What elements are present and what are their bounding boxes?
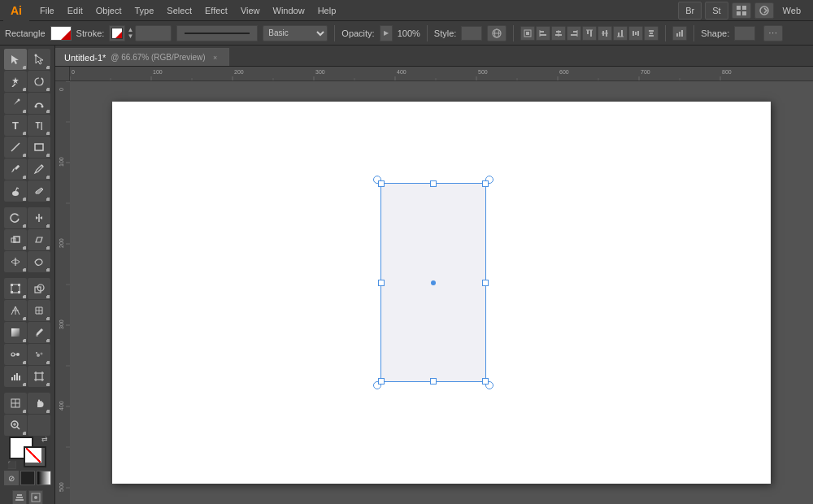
fill-color-box[interactable] bbox=[50, 26, 72, 41]
handle-corner-tr[interactable] bbox=[482, 180, 489, 187]
svg-line-90 bbox=[17, 427, 20, 429]
menu-object[interactable]: Object bbox=[90, 0, 128, 21]
touch-type-tool-btn[interactable]: T| bbox=[28, 115, 50, 136]
document-tab[interactable]: Untitled-1* @ 66.67% (RGB/Preview) × bbox=[55, 48, 229, 66]
rotate-tool-btn[interactable] bbox=[4, 207, 27, 228]
artboard-select-icon[interactable] bbox=[28, 490, 43, 504]
gradient-tool-btn[interactable] bbox=[4, 322, 27, 343]
shear-tool-btn[interactable] bbox=[28, 229, 50, 250]
transform-btn[interactable] bbox=[520, 26, 535, 41]
blob-brush-tool-btn[interactable] bbox=[4, 180, 27, 202]
stroke-color-box[interactable] bbox=[109, 25, 125, 41]
swap-colors-btn[interactable]: ⇄ bbox=[41, 435, 48, 443]
more-options-btn[interactable]: ··· bbox=[763, 25, 783, 41]
tab-title: Untitled-1* bbox=[64, 53, 106, 63]
tab-close-btn[interactable]: × bbox=[211, 53, 220, 63]
stroke-profile-select[interactable]: Basic Width Profile 1 bbox=[263, 25, 328, 41]
style-preview[interactable] bbox=[461, 26, 482, 41]
solid-color-btn[interactable] bbox=[20, 471, 35, 485]
warp-tool-btn[interactable] bbox=[28, 251, 50, 272]
background-color-swatch[interactable] bbox=[24, 446, 46, 467]
sync-icon[interactable] bbox=[754, 2, 774, 19]
pencil-tool-btn[interactable] bbox=[28, 159, 50, 180]
layers-icon[interactable] bbox=[12, 490, 27, 504]
menu-view[interactable]: View bbox=[235, 0, 266, 21]
canvas-content[interactable] bbox=[70, 81, 813, 504]
menu-select[interactable]: Select bbox=[161, 0, 198, 21]
lasso-tool-btn[interactable] bbox=[28, 71, 50, 92]
handle-corner-br[interactable] bbox=[482, 378, 489, 385]
shape-builder-tool-btn[interactable] bbox=[28, 278, 50, 299]
align-bottom-btn[interactable] bbox=[613, 26, 628, 41]
menu-window[interactable]: Window bbox=[267, 0, 311, 21]
svg-rect-65 bbox=[11, 328, 20, 337]
handle-mid-top[interactable] bbox=[430, 180, 437, 187]
menu-edit[interactable]: Edit bbox=[62, 0, 89, 21]
handle-mid-left[interactable] bbox=[378, 280, 385, 286]
graph-options-btn[interactable] bbox=[672, 26, 687, 41]
canvas-scroll[interactable]: 0 100 200 300 400 bbox=[55, 67, 813, 504]
bridge-btn[interactable]: Br bbox=[678, 2, 702, 20]
svg-rect-94 bbox=[16, 497, 23, 498]
zoom-tool-btn[interactable] bbox=[4, 415, 27, 436]
svg-rect-75 bbox=[16, 373, 18, 380]
opacity-arrow-btn[interactable]: ▶ bbox=[380, 25, 393, 41]
pen-tool-btn[interactable] bbox=[4, 93, 27, 114]
blend-tool-btn[interactable] bbox=[4, 344, 27, 365]
selection-tool-btn[interactable] bbox=[4, 49, 27, 70]
handle-corner-tl[interactable] bbox=[378, 180, 385, 187]
selected-object-container[interactable] bbox=[380, 183, 486, 382]
align-left-btn[interactable] bbox=[536, 26, 550, 41]
line-segment-tool-btn[interactable] bbox=[4, 137, 27, 158]
column-graph-tool-btn[interactable] bbox=[4, 366, 27, 387]
ruler-corner bbox=[55, 67, 70, 81]
handle-corner-bl[interactable] bbox=[378, 378, 385, 385]
none-color-btn[interactable]: ⊘ bbox=[4, 471, 19, 485]
svg-point-67 bbox=[11, 353, 15, 356]
canvas-area[interactable]: Untitled-1* @ 66.67% (RGB/Preview) × 0 bbox=[55, 46, 813, 504]
sep4 bbox=[665, 25, 666, 41]
stroke-value-input[interactable] bbox=[135, 25, 172, 41]
tab-zoom-mode: @ 66.67% (RGB/Preview) bbox=[111, 53, 205, 62]
handle-mid-right[interactable] bbox=[482, 280, 489, 286]
paintbrush-tool-btn[interactable] bbox=[4, 159, 27, 180]
magic-wand-tool-btn[interactable] bbox=[4, 71, 27, 92]
menu-help[interactable]: Help bbox=[312, 0, 342, 21]
rectangle-tool-btn[interactable] bbox=[28, 137, 50, 158]
mesh-tool-btn[interactable] bbox=[28, 300, 50, 321]
menu-type[interactable]: Type bbox=[129, 0, 160, 21]
distribute-h-btn[interactable] bbox=[628, 26, 643, 41]
workspace-switcher-icon[interactable] bbox=[732, 2, 751, 19]
align-right-btn[interactable] bbox=[567, 26, 581, 41]
variable-icon[interactable] bbox=[487, 25, 506, 41]
slice-tool-btn[interactable] bbox=[4, 393, 27, 414]
curvature-tool-btn[interactable] bbox=[28, 93, 50, 114]
default-colors-btn[interactable]: ⬛ bbox=[7, 461, 16, 469]
symbol-sprayer-tool-btn[interactable] bbox=[28, 344, 50, 365]
menu-file[interactable]: File bbox=[34, 0, 60, 21]
direct-selection-tool-btn[interactable] bbox=[28, 49, 50, 70]
workspace-label[interactable]: Web bbox=[777, 0, 806, 21]
type-tool-btn[interactable]: T bbox=[4, 115, 27, 136]
gradient-swatch-btn[interactable] bbox=[37, 471, 51, 485]
stock-btn[interactable]: St bbox=[705, 2, 728, 20]
scale-tool-btn[interactable] bbox=[4, 229, 27, 250]
selected-rectangle[interactable] bbox=[380, 183, 486, 382]
eyedropper-tool-btn[interactable] bbox=[28, 322, 50, 343]
hand-tool-btn[interactable] bbox=[28, 393, 50, 414]
reflect-tool-btn[interactable] bbox=[28, 207, 50, 228]
distribute-v-btn[interactable] bbox=[644, 26, 659, 41]
shape-preview[interactable] bbox=[734, 26, 755, 41]
align-middle-v-btn[interactable] bbox=[598, 26, 612, 41]
perspective-grid-tool-btn[interactable] bbox=[4, 300, 27, 321]
handle-mid-bottom[interactable] bbox=[430, 378, 437, 385]
align-top-btn[interactable] bbox=[582, 26, 597, 41]
eraser-tool-btn[interactable] bbox=[28, 180, 50, 202]
align-center-h-btn[interactable] bbox=[551, 26, 566, 41]
artboard-tool-btn[interactable] bbox=[28, 366, 50, 387]
menu-effect[interactable]: Effect bbox=[199, 0, 233, 21]
stroke-down-btn[interactable]: ▼ bbox=[127, 33, 133, 40]
free-transform-tool-btn[interactable] bbox=[4, 278, 27, 299]
width-tool-btn[interactable] bbox=[4, 251, 27, 272]
stroke-style-selector[interactable] bbox=[176, 25, 258, 41]
